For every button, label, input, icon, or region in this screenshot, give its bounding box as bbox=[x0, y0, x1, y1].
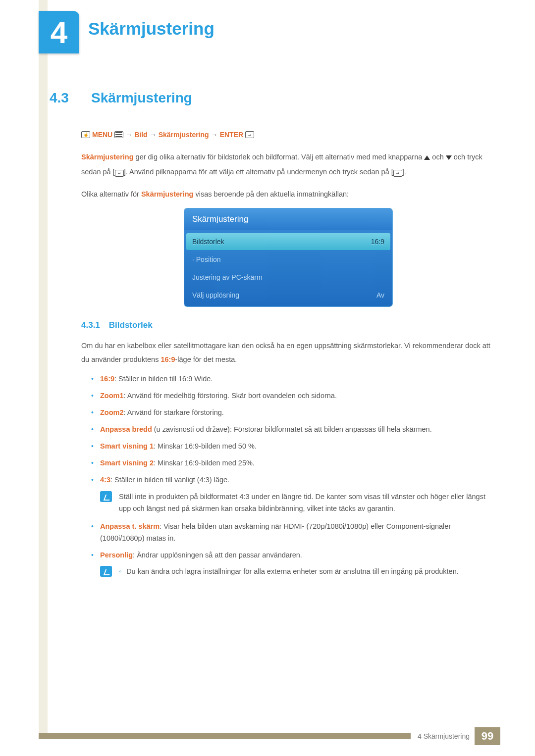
enter-icon: ↵ bbox=[115, 170, 124, 177]
intro-paragraph-2: Olika alternativ för Skärmjustering visa… bbox=[81, 187, 495, 202]
note-icon bbox=[100, 566, 112, 577]
chapter-number: 4 bbox=[51, 15, 67, 50]
section-number: 4.3 bbox=[50, 90, 77, 106]
section-title: Skärmjustering bbox=[91, 90, 192, 106]
navigation-path: ☝ MENU → Bild → Skärmjustering → ENTER ↵ bbox=[81, 131, 495, 139]
list-item: Anpassa bredd (u zavisnosti od države): … bbox=[91, 424, 495, 436]
subsection-number: 4.3.1 bbox=[81, 320, 100, 330]
note-block-2: Du kan ändra och lagra inställningar för… bbox=[100, 566, 495, 578]
nav-menu: MENU bbox=[92, 131, 112, 139]
osd-menu-screenshot: Skärmjustering Bildstorlek 16:9 · Positi… bbox=[184, 208, 392, 306]
section-heading: 4.3 Skärmjustering bbox=[50, 90, 495, 106]
nav-step1: Bild bbox=[134, 131, 147, 139]
page-footer: 4 Skärmjustering 99 bbox=[39, 727, 500, 745]
bullet-list-1: 16:9: Ställer in bilden till 16:9 Wide. … bbox=[81, 373, 495, 486]
osd-row-position: · Position bbox=[186, 251, 390, 268]
enter-icon: ↵ bbox=[393, 170, 402, 177]
footer-bar bbox=[39, 733, 411, 739]
left-sidebar bbox=[39, 0, 48, 733]
note-icon bbox=[100, 491, 112, 502]
list-item: Smart visning 1: Minskar 16:9-bilden med… bbox=[91, 441, 495, 453]
note-text: Ställ inte in produkten på bildformatet … bbox=[119, 491, 495, 515]
bullet-list-2: Anpassa t. skärm: Visar hela bilden utan… bbox=[81, 521, 495, 561]
note-text: Du kan ändra och lagra inställningar för… bbox=[119, 566, 459, 578]
arrow-down-icon bbox=[446, 155, 452, 160]
subsection-title: Bildstorlek bbox=[109, 320, 153, 330]
chapter-number-box: 4 bbox=[39, 11, 79, 53]
osd-row-pc-justering: Justering av PC-skärm bbox=[186, 269, 390, 286]
list-item: 4:3: Ställer in bilden till vanligt (4:3… bbox=[91, 474, 495, 486]
list-item: Personlig: Ändrar upplösningen så att de… bbox=[91, 550, 495, 561]
subsection-intro: Om du har en kabelbox eller satellitmott… bbox=[81, 339, 495, 366]
osd-row-bildstorlek: Bildstorlek 16:9 bbox=[186, 233, 390, 250]
list-item: Zoom2: Använd för starkare förstoring. bbox=[91, 407, 495, 419]
footer-label: 4 Skärmjustering bbox=[418, 732, 470, 740]
nav-enter: ENTER bbox=[220, 131, 243, 139]
arrow-up-icon bbox=[424, 155, 430, 160]
osd-row-upplösning: Välj upplösning Av bbox=[186, 287, 390, 303]
list-item: Zoom1: Använd för medelhög förstoring. S… bbox=[91, 390, 495, 402]
subsection-heading: 4.3.1 Bildstorlek bbox=[81, 320, 495, 330]
chapter-title: Skärmjustering bbox=[88, 19, 214, 39]
enter-icon: ↵ bbox=[245, 131, 254, 138]
list-item: Smart visning 2: Minskar 16:9-bilden med… bbox=[91, 457, 495, 469]
osd-title: Skärmjustering bbox=[184, 208, 392, 230]
page-number: 99 bbox=[475, 727, 500, 745]
note-block-1: Ställ inte in produkten på bildformatet … bbox=[100, 491, 495, 515]
list-item: Anpassa t. skärm: Visar hela bilden utan… bbox=[91, 521, 495, 545]
nav-step2: Skärmjustering bbox=[159, 131, 209, 139]
menu-bars-icon bbox=[114, 131, 123, 138]
remote-icon: ☝ bbox=[81, 131, 90, 138]
intro-paragraph-1: Skärmjustering ger dig olika alternativ … bbox=[81, 150, 495, 180]
list-item: 16:9: Ställer in bilden till 16:9 Wide. bbox=[91, 373, 495, 385]
